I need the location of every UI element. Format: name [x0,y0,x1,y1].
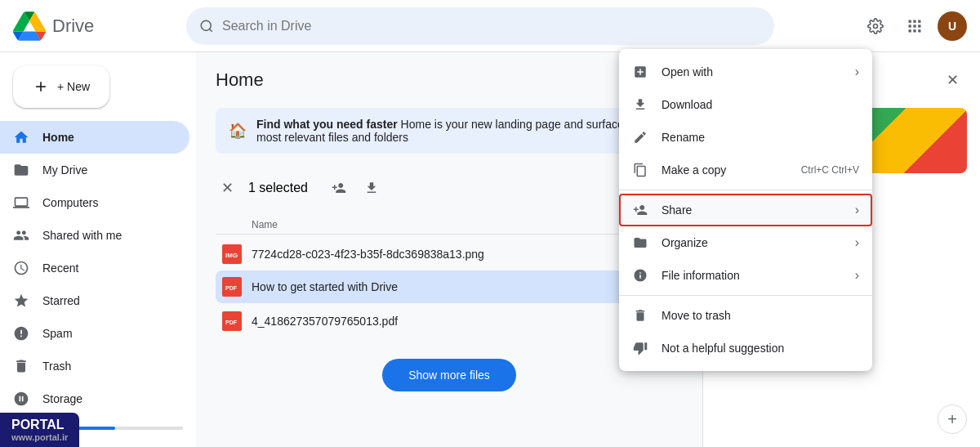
make-copy-shortcut: Ctrl+C Ctrl+V [801,164,859,176]
svg-rect-9 [913,29,915,32]
storage-icon [13,391,29,407]
portal-name: PORTAL [11,418,68,432]
add-person-icon [332,181,346,195]
move-trash-icon [632,307,648,324]
open-with-icon [632,64,648,80]
panel-close-button[interactable]: ✕ [938,65,967,95]
share-icon [632,202,648,218]
logo-area: Drive [13,10,176,42]
menu-label-move-trash: Move to trash [662,309,859,322]
info-icon [632,267,648,284]
sidebar-item-computers[interactable]: Computers [0,186,189,219]
svg-rect-6 [913,25,915,27]
svg-point-1 [874,24,878,28]
download-menu-icon [632,96,648,113]
folder-icon [13,162,29,178]
menu-label-file-info: File information [662,269,842,282]
svg-text:IMG: IMG [225,252,238,259]
spam-icon [13,325,29,342]
menu-label-make-copy: Make a copy [662,163,788,177]
organize-icon [632,235,648,251]
image-file-icon: IMG [222,244,242,264]
open-with-arrow: › [855,65,859,79]
selection-actions [324,173,386,203]
sidebar-item-starred[interactable]: Starred [0,284,189,317]
grid-icon [906,18,923,34]
search-icon [199,19,214,34]
shared-icon [13,227,29,244]
drive-logo-icon [13,10,46,42]
svg-rect-8 [909,29,911,32]
svg-point-0 [201,20,211,30]
menu-divider-1 [619,190,872,190]
menu-label-organize: Organize [662,236,842,249]
apps-button[interactable] [898,10,931,42]
portal-url: www.portal.ir [11,432,68,442]
show-more-button[interactable]: Show more files [382,359,516,391]
menu-item-open-with[interactable]: Open with › [619,56,872,88]
share-arrow: › [855,203,859,217]
context-menu: Open with › Download Rename Make a copy … [619,49,872,371]
file-list-header: Name [216,216,683,235]
selection-bar: ✕ 1 selected [216,167,683,209]
header: Drive U [0,0,980,52]
sidebar-item-spam[interactable]: Spam [0,317,189,350]
search-bar[interactable] [186,7,774,45]
menu-label-rename: Rename [662,131,859,144]
sidebar: + New Home My Drive Computers Shared wit… [0,52,196,447]
avatar[interactable]: U [938,11,967,41]
add-person-button[interactable] [324,173,354,203]
star-icon [13,293,29,309]
new-button[interactable]: + New [13,65,109,108]
portal-badge: PORTAL www.portal.ir [0,413,79,447]
download-icon [364,181,379,195]
menu-item-not-helpful[interactable]: Not a helpful suggestion [619,332,872,364]
menu-item-share[interactable]: Share › [619,194,872,226]
home-icon [13,129,29,145]
svg-rect-2 [909,20,911,22]
svg-rect-10 [918,29,920,32]
menu-item-file-info[interactable]: File information › [619,259,872,292]
svg-text:PDF: PDF [225,320,238,325]
logo-text: Drive [52,16,94,37]
svg-rect-4 [918,20,920,22]
menu-divider-2 [619,295,872,296]
sidebar-item-storage[interactable]: Storage [0,382,189,415]
menu-item-move-trash[interactable]: Move to trash [619,299,872,332]
organize-arrow: › [855,235,859,250]
menu-label-open-with: Open with [662,65,842,78]
header-right: U [859,10,967,42]
deselect-button[interactable]: ✕ [216,177,238,199]
sidebar-item-my-drive[interactable]: My Drive [0,154,189,186]
menu-item-make-copy[interactable]: Make a copy Ctrl+C Ctrl+V [619,154,872,186]
menu-item-rename[interactable]: Rename [619,121,872,154]
file-row-selected[interactable]: PDF How to get started with Drive [216,270,683,303]
copy-icon [632,162,648,178]
sidebar-item-recent[interactable]: Recent [0,252,189,284]
rename-icon [632,129,648,145]
file-row-3[interactable]: PDF 4_418627357079765013.pdf ⋮ [216,303,683,339]
download-sel-button[interactable] [357,173,386,203]
add-to-drive-button[interactable]: + [938,405,967,434]
svg-rect-5 [909,25,911,27]
thumbs-down-icon [632,340,648,356]
menu-label-download: Download [662,98,859,111]
plus-icon [33,78,49,95]
menu-item-download[interactable]: Download [619,88,872,121]
name-column-header: Name [252,219,278,230]
selection-count: 1 selected [248,181,308,195]
sidebar-item-home[interactable]: Home [0,121,189,154]
file-info-arrow: › [855,268,859,283]
sidebar-item-trash[interactable]: Trash [0,350,189,382]
computer-icon [13,194,29,211]
menu-label-share: Share [662,203,842,217]
menu-item-organize[interactable]: Organize › [619,226,872,259]
banner-icon: 🏠 [229,122,247,140]
sidebar-item-shared[interactable]: Shared with me [0,219,189,252]
pdf-file-icon-2: PDF [222,311,242,331]
search-input[interactable] [222,19,761,34]
file-row[interactable]: IMG 7724cd28-c023-4f23-b35f-8dc369838a13… [216,238,683,270]
file-name: 7724cd28-c023-4f23-b35f-8dc369838a13.png [252,248,676,261]
svg-rect-7 [918,25,920,27]
settings-button[interactable] [859,10,892,42]
